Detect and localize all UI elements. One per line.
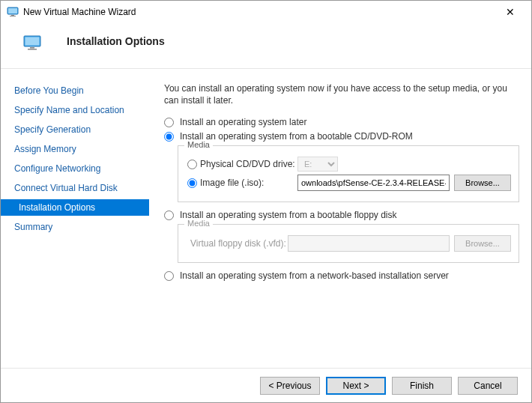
- media-fieldset-floppy: Media Virtual floppy disk (.vfd): Browse…: [178, 224, 519, 263]
- row-floppy: Virtual floppy disk (.vfd): Browse...: [187, 235, 511, 252]
- main-panel: You can install an operating system now …: [149, 69, 531, 355]
- svg-rect-1: [8, 8, 17, 13]
- label-install-cd: Install an operating system from a boota…: [180, 131, 413, 142]
- sidebar-item-configure-networking[interactable]: Configure Networking: [1, 160, 149, 177]
- sidebar-item-installation-options[interactable]: Installation Options: [1, 199, 149, 216]
- svg-rect-6: [30, 47, 34, 49]
- option-install-floppy[interactable]: Install an operating system from a boota…: [164, 210, 519, 220]
- sidebar-item-connect-vhd[interactable]: Connect Virtual Hard Disk: [1, 180, 149, 196]
- label-install-network: Install an operating system from a netwo…: [180, 270, 449, 281]
- floppy-legend: Media: [184, 219, 213, 228]
- svg-rect-3: [10, 16, 16, 16]
- row-image-file: Image file (.iso): Browse...: [187, 175, 511, 191]
- label-physical-drive: Physical CD/DVD drive:: [200, 159, 297, 169]
- page-title: Installation Options: [67, 35, 165, 47]
- radio-install-later[interactable]: [164, 118, 174, 127]
- sidebar-item-before-you-begin[interactable]: Before You Begin: [1, 82, 149, 99]
- label-image-file: Image file (.iso):: [200, 178, 297, 188]
- sidebar-item-specify-name[interactable]: Specify Name and Location: [1, 102, 149, 118]
- radio-install-cd[interactable]: [164, 132, 174, 142]
- svg-rect-5: [25, 37, 40, 46]
- wizard-body: Before You Begin Specify Name and Locati…: [1, 69, 531, 355]
- wizard-footer: < Previous Next > Finish Cancel: [1, 368, 531, 402]
- option-install-later[interactable]: Install an operating system later: [164, 117, 519, 127]
- media-fieldset-cd: Media Physical CD/DVD drive: E: Image fi…: [178, 145, 519, 202]
- browse-iso-button[interactable]: Browse...: [454, 175, 511, 191]
- app-icon: [7, 6, 19, 18]
- select-physical-drive[interactable]: E:: [297, 157, 338, 172]
- intro-text: You can install an operating system now …: [164, 82, 519, 106]
- option-install-cd[interactable]: Install an operating system from a boota…: [164, 131, 519, 142]
- close-icon[interactable]: ✕: [495, 6, 525, 18]
- cancel-button[interactable]: Cancel: [458, 377, 518, 395]
- label-install-later: Install an operating system later: [180, 117, 306, 127]
- browse-vfd-button: Browse...: [454, 235, 511, 252]
- media-legend: Media: [184, 140, 213, 149]
- row-physical-drive: Physical CD/DVD drive: E:: [187, 157, 511, 172]
- svg-rect-7: [28, 49, 37, 50]
- sidebar: Before You Begin Specify Name and Locati…: [1, 69, 149, 355]
- input-image-file[interactable]: [297, 175, 450, 191]
- sidebar-item-summary[interactable]: Summary: [1, 219, 149, 235]
- radio-image-file[interactable]: [187, 178, 197, 188]
- sidebar-item-specify-generation[interactable]: Specify Generation: [1, 121, 149, 138]
- radio-install-network[interactable]: [164, 271, 174, 281]
- previous-button[interactable]: < Previous: [260, 377, 320, 395]
- radio-physical-drive[interactable]: [187, 160, 197, 169]
- radio-install-floppy[interactable]: [164, 210, 174, 220]
- svg-rect-2: [11, 15, 14, 16]
- wizard-window: New Virtual Machine Wizard ✕ Installatio…: [0, 0, 532, 403]
- sidebar-item-assign-memory[interactable]: Assign Memory: [1, 141, 149, 157]
- option-install-network[interactable]: Install an operating system from a netwo…: [164, 270, 519, 281]
- window-title: New Virtual Machine Wizard: [23, 7, 495, 17]
- header-icon: [23, 34, 41, 52]
- label-floppy: Virtual floppy disk (.vfd):: [190, 238, 288, 249]
- input-floppy-file: [288, 235, 450, 252]
- wizard-header: Installation Options: [1, 23, 531, 68]
- titlebar: New Virtual Machine Wizard ✕: [1, 1, 531, 23]
- next-button[interactable]: Next >: [326, 377, 386, 395]
- finish-button[interactable]: Finish: [392, 377, 452, 395]
